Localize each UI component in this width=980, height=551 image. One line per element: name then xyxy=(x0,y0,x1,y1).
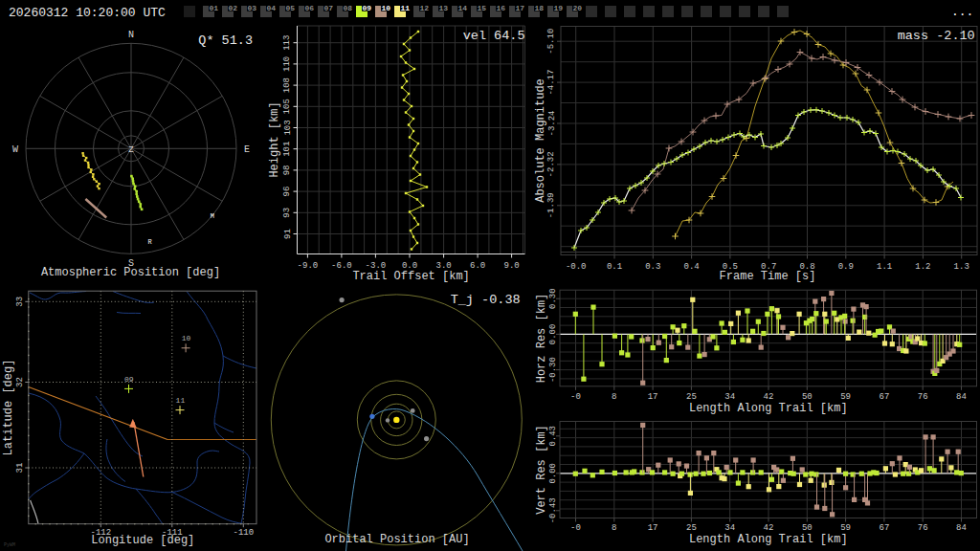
svg-text:-0.0: -0.0 xyxy=(566,262,587,272)
svg-text:113: 113 xyxy=(283,35,293,51)
svg-text:0.4: 0.4 xyxy=(683,262,699,272)
svg-text:E: E xyxy=(244,144,250,155)
svg-text:Atmospheric Position [deg]: Atmospheric Position [deg] xyxy=(41,266,220,279)
svg-text:06: 06 xyxy=(304,4,314,12)
svg-text:0.00: 0.00 xyxy=(548,324,558,345)
svg-text:Latitude [deg]: Latitude [deg] xyxy=(2,360,15,456)
svg-text:-2.32: -2.32 xyxy=(547,151,557,177)
svg-text:-5.10: -5.10 xyxy=(547,29,557,55)
svg-text:17: 17 xyxy=(515,4,524,12)
svg-text:16: 16 xyxy=(496,4,505,12)
svg-text:19: 19 xyxy=(553,4,563,12)
svg-text:20260312 10:20:00 UTC: 20260312 10:20:00 UTC xyxy=(9,6,166,20)
svg-text:108: 108 xyxy=(283,77,293,93)
svg-text:-0: -0 xyxy=(570,392,581,402)
svg-text:67: 67 xyxy=(879,392,889,402)
svg-text:1.1: 1.1 xyxy=(877,262,892,272)
svg-text:20: 20 xyxy=(572,4,582,12)
svg-text:42: 42 xyxy=(764,523,774,533)
svg-text:Length Along Trail [km]: Length Along Trail [km] xyxy=(689,533,848,546)
svg-text:07: 07 xyxy=(323,4,333,12)
svg-text:25: 25 xyxy=(686,523,697,533)
svg-text:8: 8 xyxy=(612,523,616,533)
svg-text:11: 11 xyxy=(400,4,410,12)
svg-text:31: 31 xyxy=(15,463,25,474)
svg-text:PyWM: PyWM xyxy=(4,542,15,548)
svg-text:M: M xyxy=(211,212,214,220)
svg-text:-9.0: -9.0 xyxy=(298,261,319,271)
svg-text:17: 17 xyxy=(648,523,658,533)
svg-text:vel 64.5: vel 64.5 xyxy=(463,29,525,43)
svg-text:Orbital Position [AU]: Orbital Position [AU] xyxy=(324,533,469,546)
svg-text:N: N xyxy=(128,30,134,40)
svg-text:84: 84 xyxy=(956,392,967,402)
svg-text:08: 08 xyxy=(343,4,352,12)
svg-text:05: 05 xyxy=(285,4,295,12)
svg-text:67: 67 xyxy=(879,523,889,533)
svg-text:59: 59 xyxy=(840,392,851,402)
svg-text:-3.24: -3.24 xyxy=(547,110,557,136)
svg-text:-4.17: -4.17 xyxy=(547,70,557,96)
svg-text:-0: -0 xyxy=(570,523,581,533)
svg-text:Height [km]: Height [km] xyxy=(268,101,281,177)
svg-text:17: 17 xyxy=(648,392,658,402)
svg-text:9.0: 9.0 xyxy=(503,261,519,271)
svg-text:03: 03 xyxy=(247,4,256,12)
svg-text:76: 76 xyxy=(918,523,928,533)
svg-text:32: 32 xyxy=(15,377,25,387)
svg-text:-0.43: -0.43 xyxy=(548,497,558,523)
svg-text:Longitude [deg]: Longitude [deg] xyxy=(91,534,194,547)
svg-text:14: 14 xyxy=(457,4,467,12)
svg-text:Q* 51.3: Q* 51.3 xyxy=(198,33,253,48)
svg-text:Absolute Magnitude: Absolute Magnitude xyxy=(534,78,547,203)
svg-text:15: 15 xyxy=(477,4,486,12)
svg-text:34: 34 xyxy=(724,392,735,402)
svg-text:96: 96 xyxy=(283,187,293,197)
svg-text:W: W xyxy=(12,144,18,155)
svg-text:105: 105 xyxy=(283,99,293,114)
svg-text:Frame Time [s]: Frame Time [s] xyxy=(720,270,816,283)
svg-text:110: 110 xyxy=(283,56,293,72)
svg-text:18: 18 xyxy=(534,4,544,12)
svg-text:8: 8 xyxy=(612,392,616,402)
svg-text:...: ... xyxy=(951,5,973,19)
svg-text:10: 10 xyxy=(381,4,390,12)
svg-text:0.3: 0.3 xyxy=(645,262,660,272)
svg-text:Length Along Trail [km]: Length Along Trail [km] xyxy=(689,402,848,415)
svg-text:34: 34 xyxy=(724,523,735,533)
svg-text:13: 13 xyxy=(438,4,448,12)
svg-text:Trail Offset [km]: Trail Offset [km] xyxy=(352,270,469,283)
svg-text:103: 103 xyxy=(283,120,293,135)
svg-text:84: 84 xyxy=(956,523,967,533)
svg-text:-6.0: -6.0 xyxy=(331,261,352,271)
svg-text:-0.30: -0.30 xyxy=(548,357,558,383)
svg-text:0.00: 0.00 xyxy=(548,463,558,484)
svg-text:25: 25 xyxy=(686,392,697,402)
svg-text:Vert Res [km]: Vert Res [km] xyxy=(535,425,548,515)
svg-text:04: 04 xyxy=(266,4,276,12)
svg-text:0.9: 0.9 xyxy=(838,262,854,272)
svg-text:09: 09 xyxy=(362,4,371,12)
svg-text:6.0: 6.0 xyxy=(470,261,485,271)
svg-text:76: 76 xyxy=(918,392,928,402)
svg-text:33: 33 xyxy=(15,297,25,307)
svg-text:42: 42 xyxy=(764,392,774,402)
svg-text:50: 50 xyxy=(802,392,813,402)
svg-text:-110: -110 xyxy=(233,528,254,538)
svg-text:01: 01 xyxy=(209,4,218,12)
svg-text:10: 10 xyxy=(182,334,191,342)
svg-text:mass -2.10: mass -2.10 xyxy=(898,29,975,43)
svg-text:91: 91 xyxy=(283,229,293,239)
svg-text:59: 59 xyxy=(840,523,851,533)
svg-text:1.3: 1.3 xyxy=(954,262,969,272)
svg-text:101: 101 xyxy=(283,142,293,157)
svg-text:-1.39: -1.39 xyxy=(547,192,557,218)
svg-text:Z: Z xyxy=(128,145,134,155)
svg-text:T_j -0.38: T_j -0.38 xyxy=(451,293,521,307)
svg-text:0.1: 0.1 xyxy=(607,262,622,272)
svg-text:50: 50 xyxy=(802,523,813,533)
svg-text:0.30: 0.30 xyxy=(548,288,558,309)
svg-text:Horz Res [km]: Horz Res [km] xyxy=(535,294,548,384)
svg-text:02: 02 xyxy=(228,4,237,12)
svg-text:1.2: 1.2 xyxy=(915,262,930,272)
